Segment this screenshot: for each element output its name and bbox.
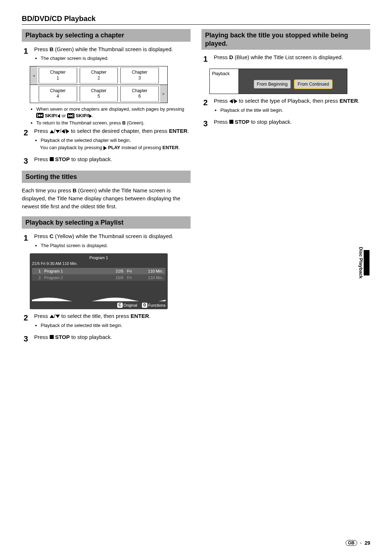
step-body: Press B (Green) while the Thumbnail scre… bbox=[34, 45, 191, 63]
stop-icon bbox=[50, 157, 54, 161]
stop-icon bbox=[50, 335, 54, 339]
popup-label: Playback bbox=[210, 69, 239, 94]
playlist-row[interactable]: 2Program 215/6Fri110 Min. bbox=[32, 274, 166, 281]
chapter-cell[interactable]: Chapter2 bbox=[79, 68, 118, 83]
up-icon bbox=[50, 315, 54, 318]
step-number: 2 bbox=[22, 312, 30, 330]
playlist-meta: 21/5 Fri 9:30 AM 110 Min. bbox=[32, 261, 166, 266]
from-continued-button[interactable]: From Continued bbox=[294, 80, 332, 89]
r-step2: 2 Press / to select the type of Playback… bbox=[201, 97, 370, 114]
chapter-cell[interactable]: Chapter3 bbox=[120, 68, 159, 83]
skip-prev-icon bbox=[36, 113, 44, 118]
chapter-cell[interactable]: Chapter6 bbox=[120, 86, 159, 102]
side-tab-marker bbox=[364, 250, 369, 275]
step-number: 1 bbox=[201, 53, 209, 65]
chapter-notes: When seven or more chapters are displaye… bbox=[30, 106, 191, 127]
page-number: 29 bbox=[364, 540, 370, 546]
playlist-title: Program 1 bbox=[32, 255, 166, 260]
step-body: Press C (Yellow) while the Thumbnail scr… bbox=[34, 232, 191, 250]
step-body: Press STOP to stop playback. bbox=[34, 333, 191, 345]
s3-step2: 2 Press / to select the title, then pres… bbox=[22, 312, 191, 330]
chapter-prev-icon[interactable]: ◂ bbox=[30, 66, 37, 84]
step-number: 1 bbox=[22, 232, 30, 250]
chapter-grid: ◂ Chapter1 Chapter2 Chapter3 Chapter4 Ch… bbox=[30, 66, 168, 103]
bullet: The Playlist screen is displayed. bbox=[41, 242, 191, 249]
step-number: 2 bbox=[22, 127, 30, 151]
chapter-cell[interactable]: Chapter1 bbox=[38, 68, 77, 83]
up-icon bbox=[50, 130, 54, 133]
step-body: Press /// to select the desired chapter,… bbox=[34, 127, 191, 151]
bullets: Playback of the selected chapter will be… bbox=[34, 137, 191, 151]
heading-resume-playback: Playing back the title you stopped while… bbox=[201, 29, 370, 50]
note: When seven or more chapters are displaye… bbox=[36, 106, 191, 119]
side-tab: Disc Playback bbox=[358, 247, 371, 278]
step-body: Press / to select the type of Playback, … bbox=[214, 97, 370, 114]
side-tab-label: Disc Playback bbox=[358, 247, 364, 278]
bullet: Playback of the selected title will begi… bbox=[41, 322, 191, 329]
torn-edge-icon bbox=[32, 295, 166, 301]
step-number: 3 bbox=[22, 333, 30, 345]
step-number: 3 bbox=[22, 155, 30, 167]
playlist-row[interactable]: 1Program 121/5Fri110 Min. bbox=[32, 268, 166, 274]
stop-icon bbox=[229, 120, 233, 124]
two-column-layout: Playback by selecting a chapter 1 Press … bbox=[22, 29, 370, 348]
playback-popup: Playback From Beginning From Continued bbox=[209, 69, 347, 94]
step-number: 3 bbox=[201, 118, 209, 130]
step-number: 2 bbox=[201, 97, 209, 114]
down-icon bbox=[56, 315, 60, 318]
heading-sorting: Sorting the titles bbox=[22, 171, 191, 183]
play-icon bbox=[103, 146, 107, 150]
r-step1: 1 Press D (Blue) while the Title List sc… bbox=[201, 53, 370, 65]
note: To return to the Thumbnail screen, press… bbox=[36, 120, 191, 126]
manual-page: BD/DVD/CD Playback Playback by selecting… bbox=[0, 0, 392, 556]
chapter-next-icon[interactable]: ▸ bbox=[160, 85, 167, 103]
heading-chapter-playback: Playback by selecting a chapter bbox=[22, 29, 191, 42]
right-icon bbox=[234, 99, 237, 103]
region-badge: GB bbox=[346, 540, 357, 546]
key-d: D bbox=[229, 54, 233, 60]
s1-step1: 1 Press B (Green) while the Thumbnail sc… bbox=[22, 45, 191, 63]
step-body: Press STOP to stop playback. bbox=[34, 155, 191, 167]
right-icon bbox=[66, 129, 69, 134]
r-step3: 3 Press STOP to stop playback. bbox=[201, 118, 370, 130]
step-body: Press D (Blue) while the Title List scre… bbox=[214, 53, 370, 65]
left-icon bbox=[229, 99, 233, 103]
bullet: Playback of the title will begin. bbox=[220, 107, 370, 114]
left-icon bbox=[61, 129, 65, 134]
s1-step2: 2 Press /// to select the desired chapte… bbox=[22, 127, 191, 151]
key-c: C bbox=[50, 233, 54, 239]
step-number: 1 bbox=[22, 45, 30, 63]
subnote: You can playback by pressing PLAY instea… bbox=[40, 144, 191, 151]
playlist-screen: Program 1 21/5 Fri 9:30 AM 110 Min. 1Pro… bbox=[30, 253, 168, 309]
page-footer: GB - 29 bbox=[346, 540, 370, 546]
step-body: Press STOP to stop playback. bbox=[214, 118, 370, 130]
chapter-cell[interactable]: Chapter5 bbox=[79, 86, 118, 102]
bullet: The chapter screen is displayed. bbox=[41, 55, 191, 62]
left-column: Playback by selecting a chapter 1 Press … bbox=[22, 29, 191, 348]
text: Press bbox=[34, 46, 50, 52]
key-b: B bbox=[50, 46, 54, 52]
bullet: Playback of the selected chapter will be… bbox=[41, 137, 191, 144]
down-icon bbox=[56, 130, 60, 133]
skip-next-icon bbox=[67, 113, 74, 118]
playlist-footer: COriginal DFunctions bbox=[32, 301, 166, 308]
step-body: Press / to select the title, then press … bbox=[34, 312, 191, 330]
s1-step3: 3 Press STOP to stop playback. bbox=[22, 155, 191, 167]
page-title: BD/DVD/CD Playback bbox=[22, 15, 370, 25]
s3-step1: 1 Press C (Yellow) while the Thumbnail s… bbox=[22, 232, 191, 250]
right-column: Playing back the title you stopped while… bbox=[201, 29, 370, 348]
bullets: The chapter screen is displayed. bbox=[34, 55, 191, 62]
chapter-cell[interactable]: Chapter4 bbox=[38, 86, 77, 102]
text: (Green) while the Thumbnail screen is di… bbox=[53, 46, 173, 52]
sorting-paragraph: Each time you press B (Green) while the … bbox=[22, 187, 191, 210]
from-beginning-button[interactable]: From Beginning bbox=[254, 80, 291, 89]
heading-playlist-playback: Playback by selecting a Playlist bbox=[22, 216, 191, 229]
s3-step3: 3 Press STOP to stop playback. bbox=[22, 333, 191, 345]
